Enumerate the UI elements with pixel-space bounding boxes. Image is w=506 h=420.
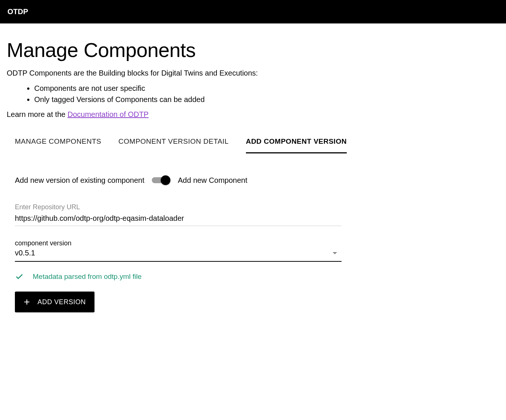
- toggle-row: Add new version of existing component Ad…: [15, 176, 342, 185]
- version-value: v0.5.1: [15, 249, 35, 257]
- app-header: OTDP: [0, 0, 506, 23]
- documentation-link[interactable]: Documentation of ODTP: [67, 110, 148, 118]
- bullet-list: Components are not user specific Only ta…: [7, 83, 499, 105]
- repo-url-group: Enter Repository URL: [15, 203, 342, 226]
- learn-more: Learn more at the Documentation of ODTP: [7, 110, 499, 119]
- intro-text: ODTP Components are the Building blocks …: [7, 69, 499, 77]
- brand-name: OTDP: [7, 7, 28, 16]
- version-label: component version: [15, 239, 342, 247]
- version-select-group: component version v0.5.1: [15, 239, 342, 262]
- repo-url-input[interactable]: [15, 213, 342, 226]
- tab-component-version-detail[interactable]: COMPONENT VERSION DETAIL: [118, 137, 228, 153]
- status-message: Metadata parsed from odtp.yml file: [33, 273, 142, 281]
- add-button-label: ADD VERSION: [38, 298, 86, 306]
- toggle-label-right: Add new Component: [178, 176, 247, 185]
- tab-add-component-version[interactable]: ADD COMPONENT VERSION: [246, 137, 347, 153]
- list-item: Only tagged Versions of Components can b…: [34, 94, 499, 105]
- page-content: Manage Components ODTP Components are th…: [0, 38, 506, 312]
- plus-icon: +: [24, 297, 30, 307]
- switch-knob: [161, 175, 170, 185]
- form-section: Add new version of existing component Ad…: [7, 176, 342, 312]
- repo-url-label: Enter Repository URL: [15, 203, 342, 211]
- chevron-down-icon: [333, 252, 337, 254]
- list-item: Components are not user specific: [34, 83, 499, 94]
- check-icon: [15, 272, 24, 281]
- version-select[interactable]: v0.5.1: [15, 248, 342, 262]
- status-row: Metadata parsed from odtp.yml file: [15, 272, 342, 281]
- page-title: Manage Components: [7, 38, 499, 61]
- toggle-switch[interactable]: [152, 176, 170, 185]
- toggle-label-left: Add new version of existing component: [15, 176, 144, 185]
- add-version-button[interactable]: + ADD VERSION: [15, 292, 95, 312]
- tab-manage-components[interactable]: MANAGE COMPONENTS: [15, 137, 101, 153]
- tabs-container: MANAGE COMPONENTS COMPONENT VERSION DETA…: [7, 137, 499, 153]
